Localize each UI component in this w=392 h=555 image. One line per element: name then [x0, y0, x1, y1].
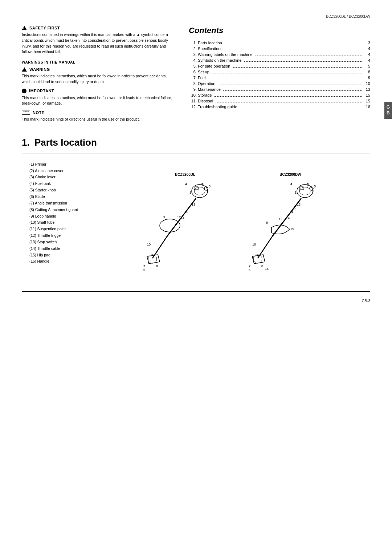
diagram-bcz3200dl: BCZ3200DL — [138, 173, 232, 273]
contents-item-page: 15 — [365, 99, 370, 103]
contents-item-number: 1. — [189, 41, 197, 45]
svg-text:6: 6 — [249, 268, 250, 272]
note-body: This mark indicates hints or directions … — [22, 117, 174, 122]
svg-text:7: 7 — [249, 264, 250, 268]
diagrams-col: BCZ3200DL — [113, 161, 363, 284]
parts-list-item: (4) Fuel tank — [29, 181, 109, 187]
svg-text:12: 12 — [177, 215, 181, 219]
trimmer-dl-diagram: 5 3 1 13 4 14 2 — [138, 178, 232, 273]
contents-item: 3.Warning labels on the machine4 — [189, 52, 370, 57]
svg-text:6: 6 — [143, 268, 145, 272]
gb-tab: GB — [384, 102, 392, 119]
parts-location-title: 1. Parts location — [22, 137, 370, 148]
contents-dots — [244, 61, 362, 62]
svg-text:11: 11 — [293, 207, 297, 211]
contents-item-page: 4 — [365, 46, 370, 51]
svg-text:13: 13 — [192, 203, 195, 206]
contents-item: 4.Symbols on the machine4 — [189, 58, 370, 62]
contents-item: 2.Specifications4 — [189, 46, 370, 51]
svg-text:10: 10 — [252, 243, 256, 246]
parts-list-item: (9) Loop handle — [29, 213, 109, 220]
svg-text:8: 8 — [261, 264, 263, 268]
contents-item-label: Fuel — [198, 76, 205, 80]
contents-item: 10.Storage15 — [189, 93, 370, 97]
parts-list-item: (5) Starter knob — [29, 187, 109, 194]
contents-list: 1.Parts location32.Specifications43.Warn… — [189, 41, 370, 109]
contents-item-page: 13 — [365, 87, 370, 92]
diagrams-row: BCZ3200DL — [113, 173, 363, 273]
contents-title: Contents — [189, 26, 370, 35]
contents-item-page: 4 — [365, 52, 370, 57]
warning-title: WARNING — [22, 67, 174, 72]
warning-subsection: WARNING This mark indicates instructions… — [22, 67, 174, 85]
svg-text:5: 5 — [201, 182, 203, 186]
contents-dots — [233, 67, 362, 68]
parts-list-item: (16) Handle — [29, 258, 109, 265]
contents-item: 11.Disposal15 — [189, 99, 370, 103]
contents-item-label: Troubleshooting guide — [198, 105, 237, 109]
contents-item-label: Disposal — [198, 99, 213, 103]
svg-text:4: 4 — [291, 210, 293, 214]
parts-location-number: 1. — [22, 137, 30, 148]
contents-item-label: Set up — [198, 70, 209, 74]
svg-text:7: 7 — [143, 264, 145, 268]
parts-list-item: (11) Suspention point — [29, 226, 109, 232]
warnings-manual-title: WARNINGS IN THE MANUAL — [22, 60, 174, 64]
footer-page-number: GB-3 — [22, 299, 370, 303]
svg-text:9: 9 — [266, 221, 268, 224]
safety-first-section: SAFETY FIRST Instructions contained in w… — [22, 26, 174, 55]
parts-list-item: (14) Throttle cable — [29, 246, 109, 252]
svg-text:2: 2 — [175, 222, 177, 226]
svg-point-42 — [253, 255, 262, 263]
safety-first-body: Instructions contained in warnings withi… — [22, 32, 174, 55]
contents-item-page: 15 — [365, 93, 370, 97]
svg-text:5: 5 — [209, 185, 211, 188]
contents-dots — [218, 85, 362, 85]
svg-point-12 — [160, 219, 180, 232]
svg-point-17 — [148, 255, 157, 263]
contents-item-label: Symbols on the machine — [198, 58, 241, 62]
contents-item-number: 3. — [189, 52, 197, 57]
parts-location-section: 1. Parts location (1) Primer(2) Air clea… — [22, 137, 370, 292]
svg-text:4: 4 — [186, 210, 188, 214]
contents-item-label: For safe operation — [198, 64, 230, 68]
parts-list-item: (10) Shaft tube — [29, 219, 109, 226]
svg-text:14: 14 — [286, 216, 290, 220]
trimmer-dw-diagram: 5 3 1 13 11 4 14 2 — [243, 178, 338, 273]
svg-text:1: 1 — [207, 189, 209, 193]
contents-item-number: 12. — [189, 105, 197, 109]
contents-item: 6.Set up8 — [189, 70, 370, 74]
contents-item-page: 8 — [365, 70, 370, 74]
parts-list-item: (15) Hip pad — [29, 252, 109, 259]
svg-text:3: 3 — [290, 182, 292, 186]
svg-text:14: 14 — [181, 216, 184, 220]
parts-list-item: (1) Primer — [29, 161, 109, 168]
contents-item-page: 4 — [365, 58, 370, 62]
note-title: ☷☷ NOTE — [22, 110, 174, 115]
note-subsection: ☷☷ NOTE This mark indicates hints or dir… — [22, 110, 174, 122]
svg-text:9: 9 — [163, 215, 165, 219]
contents-item-label: Maintenance — [198, 87, 221, 92]
contents-item-label: Specifications — [198, 46, 222, 51]
contents-item: 1.Parts location3 — [189, 41, 370, 45]
contents-dots — [255, 56, 362, 56]
contents-item-page: 5 — [365, 64, 370, 68]
contents-dots — [215, 96, 362, 97]
contents-dots — [225, 50, 362, 50]
left-column: SAFETY FIRST Instructions contained in w… — [22, 26, 174, 126]
contents-item: 8.Operation10 — [189, 81, 370, 86]
contents-section: Contents 1.Parts location32.Specificatio… — [189, 26, 370, 126]
warning-icon — [22, 67, 27, 72]
contents-item-page: 16 — [365, 105, 370, 109]
parts-list-item: (13) Stop switch — [29, 239, 109, 246]
diagram-dl-label: BCZ3200DL — [175, 173, 195, 177]
svg-text:1: 1 — [312, 189, 314, 193]
parts-list: (1) Primer(2) Air cleaner cover(3) Choke… — [29, 161, 109, 284]
important-icon: i — [22, 89, 26, 93]
svg-text:10: 10 — [147, 243, 151, 246]
contents-item-number: 5. — [189, 64, 197, 68]
contents-item: 12.Troubleshooting guide16 — [189, 105, 370, 109]
parts-list-item: (3) Choke lever — [29, 174, 109, 181]
contents-item: 9.Maintenance13 — [189, 87, 370, 92]
parts-list-item: (6) Blade — [29, 194, 109, 200]
